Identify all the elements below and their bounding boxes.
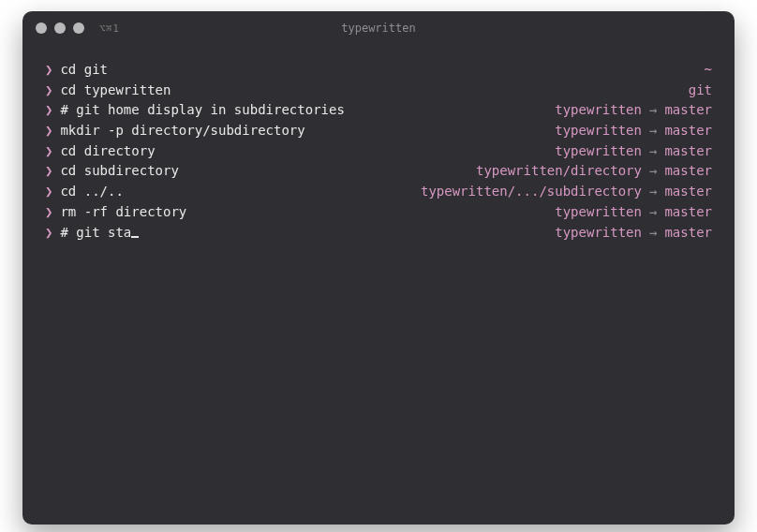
titlebar-hint: ⌥⌘1 — [99, 22, 119, 35]
terminal-line: ❯# git home display in subdirectoriestyp… — [45, 100, 712, 121]
traffic-light-minimize[interactable] — [54, 22, 66, 34]
cwd-text: typewritten — [555, 121, 642, 141]
cwd-text: typewritten — [555, 202, 642, 223]
traffic-light-zoom[interactable] — [73, 22, 84, 34]
terminal-line: ❯rm -rf directorytypewritten→master — [45, 202, 712, 223]
cwd-text: typewritten — [555, 141, 642, 162]
cwd-text: typewritten — [555, 100, 642, 121]
cwd-text: typewritten/directory — [476, 161, 642, 182]
terminal-body[interactable]: ❯cd git~❯cd typewrittengit❯# git home di… — [22, 45, 735, 525]
command-text: # git home display in subdirectories — [60, 100, 344, 121]
git-branch: master — [664, 182, 712, 202]
text-cursor — [131, 236, 139, 238]
command-text: # git sta — [60, 223, 131, 244]
cwd-text: typewritten — [555, 223, 642, 244]
prompt-left: ❯cd typewritten — [45, 81, 171, 101]
prompt-left: ❯mkdir -p directory/subdirectory — [45, 121, 305, 141]
titlebar: ⌥⌘1 typewritten — [22, 11, 735, 45]
git-branch: master — [664, 223, 712, 244]
prompt-caret-icon: ❯ — [45, 223, 52, 244]
prompt-caret-icon: ❯ — [45, 121, 52, 141]
prompt-right: typewritten/directory→master — [476, 161, 712, 182]
terminal-line: ❯cd directorytypewritten→master — [45, 141, 712, 162]
prompt-caret-icon: ❯ — [45, 81, 52, 101]
traffic-light-close[interactable] — [36, 22, 47, 34]
terminal-line: ❯cd git~ — [45, 60, 712, 81]
prompt-caret-icon: ❯ — [45, 161, 52, 182]
prompt-left: ❯# git home display in subdirectories — [45, 100, 345, 121]
prompt-right: typewritten→master — [555, 121, 712, 141]
arrow-icon: → — [649, 141, 657, 162]
terminal-line: ❯cd ../..typewritten/.../subdirectory→ma… — [45, 182, 712, 202]
prompt-right: typewritten→master — [555, 100, 712, 121]
command-text: rm -rf directory — [60, 202, 186, 223]
command-text: cd directory — [60, 141, 155, 162]
git-branch: master — [664, 121, 712, 141]
prompt-right: typewritten→master — [555, 141, 712, 162]
window-title: typewritten — [22, 22, 735, 35]
arrow-icon: → — [649, 161, 657, 182]
cwd-text: typewritten/.../subdirectory — [421, 182, 642, 202]
prompt-caret-icon: ❯ — [45, 60, 52, 81]
command-text: mkdir -p directory/subdirectory — [60, 121, 304, 141]
command-text: cd subdirectory — [60, 161, 178, 182]
prompt-left: ❯cd subdirectory — [45, 161, 179, 182]
prompt-caret-icon: ❯ — [45, 141, 52, 162]
prompt-right: typewritten/.../subdirectory→master — [421, 182, 712, 202]
git-branch: master — [664, 100, 712, 121]
command-text: cd typewritten — [60, 81, 171, 101]
prompt-caret-icon: ❯ — [45, 202, 52, 223]
prompt-right: typewritten→master — [555, 202, 712, 223]
arrow-icon: → — [649, 100, 657, 121]
traffic-lights — [36, 22, 84, 34]
command-text: cd git — [60, 60, 108, 81]
terminal-window: ⌥⌘1 typewritten ❯cd git~❯cd typewritteng… — [22, 11, 735, 525]
prompt-left: ❯cd git — [45, 60, 108, 81]
cwd-text: git — [689, 81, 712, 101]
git-branch: master — [664, 161, 712, 182]
prompt-left: ❯cd ../.. — [45, 182, 124, 202]
git-branch: master — [664, 202, 712, 223]
terminal-line: ❯cd typewrittengit — [45, 81, 712, 101]
prompt-left: ❯# git sta — [45, 223, 139, 244]
arrow-icon: → — [649, 223, 657, 244]
prompt-caret-icon: ❯ — [45, 100, 52, 121]
prompt-right: ~ — [705, 60, 712, 81]
cwd-text: ~ — [705, 60, 712, 81]
prompt-right: typewritten→master — [555, 223, 712, 244]
arrow-icon: → — [649, 121, 657, 141]
command-text: cd ../.. — [60, 182, 123, 202]
arrow-icon: → — [649, 202, 657, 223]
prompt-left: ❯rm -rf directory — [45, 202, 186, 223]
prompt-left: ❯cd directory — [45, 141, 156, 162]
terminal-line: ❯cd subdirectorytypewritten/directory→ma… — [45, 161, 712, 182]
prompt-right: git — [689, 81, 712, 101]
terminal-line: ❯mkdir -p directory/subdirectorytypewrit… — [45, 121, 712, 141]
prompt-caret-icon: ❯ — [45, 182, 52, 202]
terminal-line: ❯# git statypewritten→master — [45, 223, 712, 244]
arrow-icon: → — [649, 182, 657, 202]
git-branch: master — [664, 141, 712, 162]
